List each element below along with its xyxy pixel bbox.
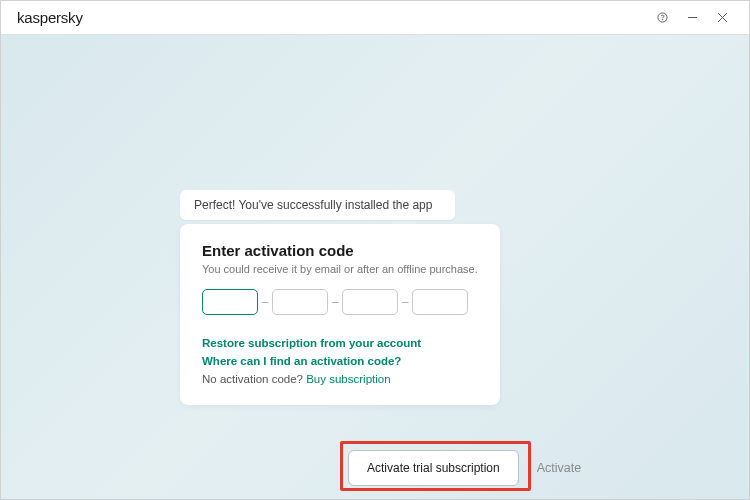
segment-separator: –	[398, 295, 412, 309]
segment-separator: –	[258, 295, 272, 309]
code-segment-4[interactable]	[412, 289, 468, 315]
minimize-icon	[687, 12, 698, 23]
activate-trial-button[interactable]: Activate trial subscription	[348, 450, 519, 486]
brand-logo: kaspersky	[17, 9, 83, 26]
buy-subscription-link[interactable]: Buy subscription	[306, 373, 390, 385]
activation-card: Enter activation code You could receive …	[180, 224, 500, 405]
help-icon	[657, 12, 668, 23]
code-segment-1[interactable]	[202, 289, 258, 315]
footer-buttons: Activate trial subscription Activate	[348, 450, 587, 486]
content-area: Perfect! You've successfully installed t…	[1, 35, 749, 499]
code-segment-2[interactable]	[272, 289, 328, 315]
restore-subscription-link[interactable]: Restore subscription from your account	[202, 337, 478, 349]
card-subtitle: You could receive it by email or after a…	[202, 263, 478, 275]
minimize-button[interactable]	[677, 1, 707, 34]
app-window: kaspersky Perfect! You've successfully i…	[0, 0, 750, 500]
code-segment-3[interactable]	[342, 289, 398, 315]
help-button[interactable]	[647, 1, 677, 34]
activate-button[interactable]: Activate	[531, 451, 587, 485]
activation-code-row: – – –	[202, 289, 478, 315]
no-code-prefix: No activation code?	[202, 373, 306, 385]
install-success-toast: Perfect! You've successfully installed t…	[180, 190, 455, 220]
title-bar: kaspersky	[1, 1, 749, 35]
segment-separator: –	[328, 295, 342, 309]
close-button[interactable]	[707, 1, 737, 34]
card-heading: Enter activation code	[202, 242, 478, 259]
close-icon	[717, 12, 728, 23]
find-activation-code-link[interactable]: Where can I find an activation code?	[202, 355, 478, 367]
no-code-text: No activation code? Buy subscription	[202, 373, 478, 385]
